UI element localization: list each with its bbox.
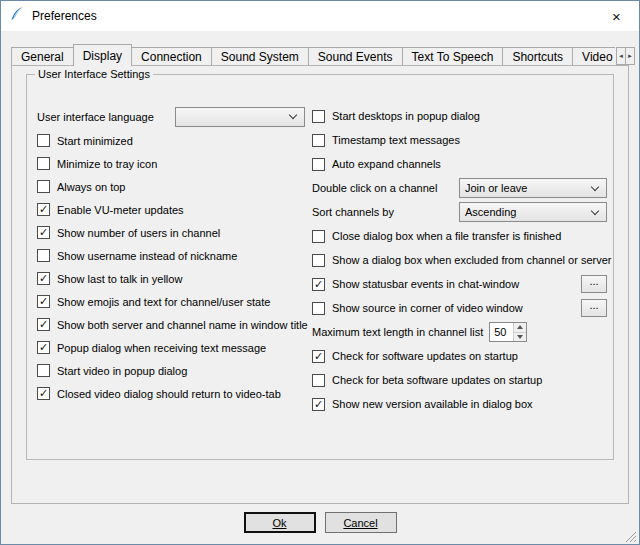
checkbox-indicator[interactable] bbox=[312, 254, 325, 267]
checkbox-indicator[interactable]: ✓ bbox=[312, 398, 325, 411]
check-video-popup[interactable]: Start video in popup dialog bbox=[37, 359, 305, 382]
checkbox-label: Popup dialog when receiving text message bbox=[57, 342, 266, 354]
checkbox-label: Timestamp text messages bbox=[332, 134, 460, 146]
language-label: User interface language bbox=[37, 111, 154, 123]
checkbox-indicator[interactable]: ✓ bbox=[37, 387, 50, 400]
checkbox-label: Start video in popup dialog bbox=[57, 365, 187, 377]
check-beta-updates[interactable]: Check for beta software updates on start… bbox=[312, 368, 607, 392]
footer: Ok Cancel bbox=[1, 512, 639, 533]
group-title: User Interface Settings bbox=[35, 68, 153, 80]
checkbox-indicator[interactable] bbox=[37, 364, 50, 377]
language-row: User interface language bbox=[37, 104, 305, 129]
check-show-username[interactable]: Show username instead of nickname bbox=[37, 244, 305, 267]
video-source-row[interactable]: Show source in corner of video window ..… bbox=[312, 296, 607, 320]
max-text-length-label: Maximum text length in channel list bbox=[312, 326, 483, 338]
checkbox-indicator[interactable] bbox=[37, 157, 50, 170]
check-close-on-transfer[interactable]: Close dialog box when a file transfer is… bbox=[312, 224, 607, 248]
checkbox-indicator[interactable]: ✓ bbox=[37, 226, 50, 239]
checkbox-indicator[interactable] bbox=[37, 134, 50, 147]
check-auto-expand-channels[interactable]: Auto expand channels bbox=[312, 152, 607, 176]
checkbox-label: Show statusbar events in chat-window bbox=[332, 278, 519, 290]
checkbox-label: Close dialog box when a file transfer is… bbox=[332, 230, 561, 242]
check-excluded-dialog[interactable]: Show a dialog box when excluded from cha… bbox=[312, 248, 607, 272]
ok-button[interactable]: Ok bbox=[244, 512, 316, 533]
double-click-row: Double click on a channel Join or leave bbox=[312, 176, 607, 200]
tab-label: Sound System bbox=[221, 50, 299, 64]
checkbox-label: Show both server and channel name in win… bbox=[57, 319, 308, 331]
tab-label: Video bbox=[582, 50, 612, 64]
checkbox-label: Closed video dialog should return to vid… bbox=[57, 388, 281, 400]
check-minimize-to-tray[interactable]: Minimize to tray icon bbox=[37, 152, 305, 175]
checkbox-indicator[interactable] bbox=[312, 230, 325, 243]
check-always-on-top[interactable]: Always on top bbox=[37, 175, 305, 198]
tab-shortcuts[interactable]: Shortcuts bbox=[502, 47, 573, 65]
tab-display[interactable]: Display bbox=[73, 44, 132, 66]
checkbox-indicator[interactable] bbox=[37, 249, 50, 262]
language-select[interactable] bbox=[175, 107, 305, 127]
tab-scrollers: ◄ ► bbox=[616, 47, 635, 65]
check-vu-meter-updates[interactable]: ✓ Enable VU-meter updates bbox=[37, 198, 305, 221]
sort-channels-select[interactable]: Ascending bbox=[459, 202, 607, 222]
checkbox-indicator[interactable] bbox=[312, 374, 325, 387]
check-show-user-count[interactable]: ✓ Show number of users in channel bbox=[37, 221, 305, 244]
chevron-down-icon bbox=[289, 111, 297, 119]
tab-label: Text To Speech bbox=[412, 50, 494, 64]
tab-bar: General Display Connection Sound System … bbox=[11, 44, 615, 66]
resize-grip[interactable] bbox=[624, 529, 637, 542]
arrow-right-icon: ► bbox=[627, 53, 633, 59]
checkbox-indicator[interactable] bbox=[312, 134, 325, 147]
close-button[interactable]: × bbox=[594, 1, 639, 31]
checkbox-indicator[interactable]: ✓ bbox=[37, 341, 50, 354]
check-software-updates[interactable]: ✓ Check for software updates on startup bbox=[312, 344, 607, 368]
more-label: ... bbox=[589, 279, 598, 285]
statusbar-events-row[interactable]: ✓ Show statusbar events in chat-window .… bbox=[312, 272, 607, 296]
checkbox-indicator[interactable]: ✓ bbox=[37, 295, 50, 308]
tab-general[interactable]: General bbox=[11, 47, 74, 65]
check-desktops-popup[interactable]: Start desktops in popup dialog bbox=[312, 104, 607, 128]
tab-sound-system[interactable]: Sound System bbox=[211, 47, 309, 65]
tab-sound-events[interactable]: Sound Events bbox=[308, 47, 403, 65]
checkbox-label: Show number of users in channel bbox=[57, 227, 220, 239]
check-popup-text-message[interactable]: ✓ Popup dialog when receiving text messa… bbox=[37, 336, 305, 359]
double-click-value: Join or leave bbox=[460, 182, 592, 194]
check-timestamp-messages[interactable]: Timestamp text messages bbox=[312, 128, 607, 152]
spinner-down-button[interactable] bbox=[514, 333, 526, 342]
checkbox-indicator[interactable] bbox=[312, 158, 325, 171]
cancel-button[interactable]: Cancel bbox=[325, 512, 397, 533]
checkbox-indicator[interactable] bbox=[312, 302, 325, 315]
check-show-emojis[interactable]: ✓ Show emojis and text for channel/user … bbox=[37, 290, 305, 313]
check-closed-video-return[interactable]: ✓ Closed video dialog should return to v… bbox=[37, 382, 305, 405]
check-new-version-dialog[interactable]: ✓ Show new version available in dialog b… bbox=[312, 392, 607, 416]
double-click-select[interactable]: Join or leave bbox=[459, 178, 607, 198]
tab-video[interactable]: Video bbox=[572, 47, 615, 65]
tab-text-to-speech[interactable]: Text To Speech bbox=[402, 47, 504, 65]
check-last-to-talk[interactable]: ✓ Show last to talk in yellow bbox=[37, 267, 305, 290]
chevron-down-icon bbox=[591, 206, 599, 214]
checkbox-indicator[interactable]: ✓ bbox=[312, 278, 325, 291]
spinner-up-button[interactable] bbox=[514, 323, 526, 333]
max-text-length-spinner[interactable]: 50 bbox=[489, 322, 527, 342]
arrow-left-icon: ◄ bbox=[618, 53, 624, 59]
checkbox-indicator[interactable]: ✓ bbox=[37, 318, 50, 331]
check-server-channel-title[interactable]: ✓ Show both server and channel name in w… bbox=[37, 313, 305, 336]
check-start-minimized[interactable]: Start minimized bbox=[37, 129, 305, 152]
checkbox-indicator[interactable]: ✓ bbox=[37, 203, 50, 216]
tab-scroll-right-button[interactable]: ► bbox=[625, 47, 635, 65]
close-icon: × bbox=[612, 8, 621, 25]
video-source-more-button[interactable]: ... bbox=[581, 299, 607, 317]
double-click-label: Double click on a channel bbox=[312, 182, 437, 194]
arrow-up-icon bbox=[517, 325, 523, 329]
checkbox-label: Auto expand channels bbox=[332, 158, 441, 170]
checkbox-indicator[interactable]: ✓ bbox=[37, 272, 50, 285]
checkbox-indicator[interactable]: ✓ bbox=[312, 350, 325, 363]
group-user-interface-settings: User Interface Settings User interface l… bbox=[26, 68, 614, 460]
checkbox-indicator[interactable] bbox=[37, 180, 50, 193]
tab-connection[interactable]: Connection bbox=[131, 47, 212, 65]
checkbox-indicator[interactable] bbox=[312, 110, 325, 123]
spinner-buttons bbox=[513, 323, 526, 341]
statusbar-events-more-button[interactable]: ... bbox=[581, 275, 607, 293]
app-icon bbox=[9, 6, 25, 26]
cancel-button-label: Cancel bbox=[343, 517, 377, 529]
checkbox-label: Show last to talk in yellow bbox=[57, 273, 182, 285]
tab-label: Connection bbox=[141, 50, 202, 64]
